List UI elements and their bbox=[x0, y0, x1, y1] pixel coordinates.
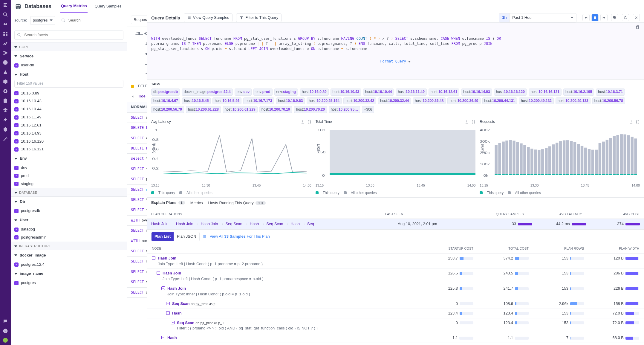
facet-section[interactable]: Db bbox=[11, 197, 127, 207]
tag[interactable]: db:postgresdb bbox=[151, 88, 180, 95]
tag[interactable]: host:10.200.44.131 bbox=[482, 97, 517, 104]
facet-option[interactable]: 10.16.10.44 bbox=[11, 105, 127, 113]
plan-node-row[interactable]: −Hash1.11.1768.0 B bbox=[147, 333, 644, 343]
security-icon[interactable] bbox=[3, 127, 8, 132]
global-search[interactable] bbox=[58, 16, 123, 25]
target-icon[interactable] bbox=[3, 88, 8, 94]
collapse-toggle[interactable]: − bbox=[166, 302, 170, 305]
tag[interactable]: host:10.200.32.44 bbox=[378, 97, 411, 104]
facet-option[interactable]: 10.16.10.43 bbox=[11, 97, 127, 105]
dashboards-icon[interactable] bbox=[3, 31, 8, 36]
facet-option[interactable]: dev bbox=[11, 164, 127, 172]
tag[interactable]: host:10.200.25.164 bbox=[307, 97, 342, 104]
tag[interactable]: host:10.16.10.44 bbox=[363, 88, 394, 95]
pause-button[interactable] bbox=[591, 14, 599, 21]
plan-node-row[interactable]: −Hash JoinJoin Type: Left | Hash Cond: (… bbox=[147, 269, 644, 284]
export-icon[interactable] bbox=[629, 120, 633, 124]
collapse-toggle[interactable]: − bbox=[157, 271, 160, 275]
plan-node-row[interactable]: −Seq Scan on pg_proc as p0108.62.96k158 … bbox=[147, 299, 644, 309]
collapse-toggle[interactable]: − bbox=[152, 256, 155, 260]
checkbox-icon[interactable] bbox=[14, 174, 19, 178]
facet-filter[interactable]: Filter 150 values bbox=[14, 80, 123, 87]
tag[interactable]: host:10.16.10.43 bbox=[331, 88, 361, 95]
tag[interactable]: host:10.200.70.20 bbox=[294, 106, 327, 113]
tag[interactable]: host:10.16.16.120 bbox=[494, 88, 527, 95]
format-query-button[interactable]: Format Query bbox=[380, 59, 411, 64]
checkbox-icon[interactable] bbox=[14, 99, 19, 103]
tag[interactable]: docker_image:postgres:12.4 bbox=[182, 88, 233, 95]
source-select[interactable]: postgres bbox=[30, 16, 55, 25]
collapse-toggle[interactable]: − bbox=[166, 311, 170, 315]
facet-option[interactable]: 10.16.0.89 bbox=[11, 89, 127, 97]
checkbox-icon[interactable] bbox=[14, 281, 19, 285]
tag[interactable]: host:10.16.4.67 bbox=[151, 97, 180, 104]
expand-icon[interactable] bbox=[636, 120, 640, 124]
tag[interactable]: host:10.200.56.79 bbox=[151, 106, 184, 113]
tag[interactable]: host:10.200.56.78 bbox=[592, 97, 625, 104]
checkbox-icon[interactable] bbox=[14, 209, 19, 213]
tab-metrics[interactable]: Metrics bbox=[190, 197, 203, 209]
tag[interactable]: env:dev bbox=[235, 88, 252, 95]
view-all-samples-link[interactable]: View All 33 Samples For This Plan bbox=[210, 234, 270, 239]
collapse-toggle[interactable]: − bbox=[171, 321, 175, 324]
search-input[interactable] bbox=[68, 17, 120, 24]
status-dot-icon[interactable] bbox=[3, 338, 8, 343]
plan-view-toggle[interactable]: Plan List Plan JSON bbox=[151, 232, 200, 241]
checkbox-icon[interactable] bbox=[14, 91, 19, 95]
facet-option[interactable]: 10.16.12.61 bbox=[11, 121, 127, 129]
tag[interactable]: host:10.200.36.48 bbox=[413, 97, 446, 104]
checkbox-icon[interactable] bbox=[14, 63, 19, 68]
checkbox-icon[interactable] bbox=[14, 115, 19, 120]
bolt-icon[interactable] bbox=[3, 117, 8, 123]
facet-section[interactable]: User bbox=[11, 215, 127, 225]
facet-option[interactable]: staging bbox=[11, 180, 127, 188]
facet-option[interactable]: 10.16.11.49 bbox=[11, 113, 127, 121]
facet-option[interactable]: prod bbox=[11, 172, 127, 180]
close-button[interactable] bbox=[633, 14, 640, 21]
facet-option[interactable]: postgresadmin bbox=[11, 233, 127, 242]
tab-query-metrics[interactable]: Query Metrics bbox=[60, 0, 88, 13]
facet-option[interactable]: datadog bbox=[11, 225, 127, 233]
filter-button[interactable]: Filter to This Query bbox=[236, 13, 282, 22]
search-icon[interactable] bbox=[3, 12, 8, 17]
plan-list-button[interactable]: Plan List bbox=[152, 232, 174, 241]
plan-node-row[interactable]: −Seq Scan on pg_namespace as n01.1768.0 … bbox=[147, 343, 644, 345]
facet-search[interactable] bbox=[14, 30, 123, 40]
tag[interactable]: host:10.16.12.61 bbox=[429, 88, 459, 95]
tag[interactable]: host:10.16.5.45 bbox=[182, 97, 211, 104]
facet-option[interactable]: postgres bbox=[11, 279, 127, 287]
facet-section[interactable]: docker_image bbox=[11, 250, 127, 261]
facet-group[interactable]: CORE bbox=[11, 42, 127, 51]
tag[interactable]: host:10.16.16.121 bbox=[529, 88, 562, 95]
watchdog-icon[interactable] bbox=[3, 22, 8, 27]
facet-option[interactable]: 10.16.14.93 bbox=[11, 129, 127, 138]
tag[interactable]: env:prod bbox=[253, 88, 272, 95]
tag[interactable]: host:10.16.2.195 bbox=[563, 88, 594, 95]
checkbox-icon[interactable] bbox=[14, 107, 19, 112]
facet-option[interactable]: postgres:12.4 bbox=[11, 261, 127, 269]
collapse-toggle[interactable]: − bbox=[161, 286, 165, 290]
checkbox-icon[interactable] bbox=[14, 139, 19, 144]
checkbox-icon[interactable] bbox=[14, 123, 19, 127]
facet-section[interactable]: Env bbox=[11, 153, 127, 164]
tab-explain-plans[interactable]: Explain Plans1 bbox=[151, 197, 185, 209]
help-icon[interactable]: ? bbox=[3, 328, 8, 334]
checkbox-icon[interactable] bbox=[14, 182, 19, 186]
tag[interactable]: host:10.200.70.19 bbox=[259, 106, 292, 113]
tag[interactable]: env:staging bbox=[274, 88, 298, 95]
tab-hosts[interactable]: Hosts Running This Query99+ bbox=[208, 197, 266, 209]
tag[interactable]: host:10.200.61.228 bbox=[186, 106, 221, 113]
view-samples-button[interactable]: View Query Samples bbox=[184, 13, 232, 22]
facet-search-input[interactable] bbox=[24, 32, 121, 38]
checkbox-icon[interactable] bbox=[14, 262, 19, 267]
timeframe-long[interactable]: Past 1 Hour bbox=[509, 13, 576, 22]
plan-json-button[interactable]: Plan JSON bbox=[174, 232, 199, 241]
facet-section[interactable]: image_name bbox=[11, 268, 127, 279]
checkbox-icon[interactable] bbox=[14, 228, 19, 232]
checkbox-icon[interactable] bbox=[14, 235, 19, 239]
tag[interactable]: host:10.16.14.93 bbox=[461, 88, 492, 95]
tab-query-samples[interactable]: Query Samples bbox=[94, 1, 122, 12]
facet-option[interactable]: 10.16.16.121 bbox=[11, 145, 127, 153]
search-button[interactable] bbox=[611, 14, 618, 21]
plan-node-row[interactable]: −Hash123.4123.415372.0 B bbox=[147, 309, 644, 318]
